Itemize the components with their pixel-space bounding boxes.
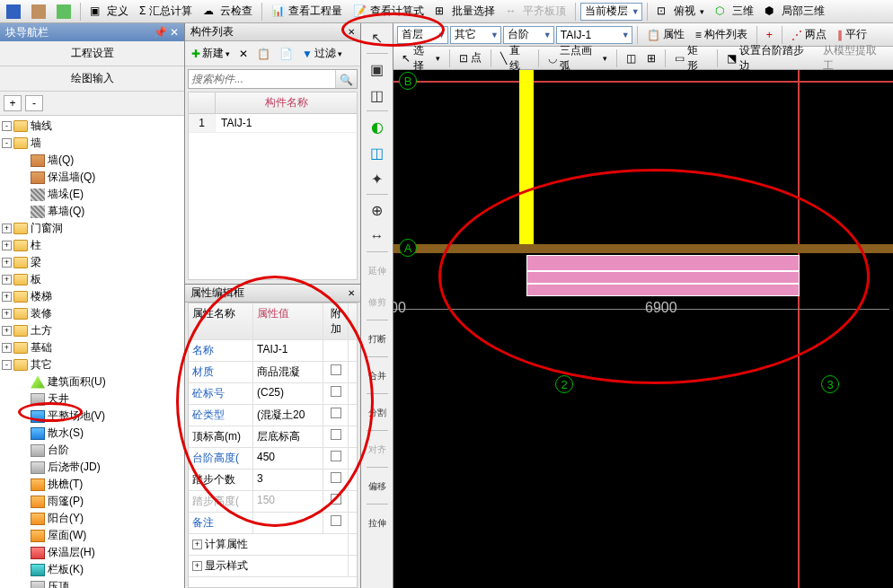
view-qty-button[interactable]: 📊查看工程量 (267, 1, 347, 22)
tree-toggle-icon[interactable]: + (2, 241, 12, 250)
flat-top-button[interactable]: ↔平齐板顶 (501, 1, 570, 22)
tree-folder[interactable]: +基础 (0, 339, 184, 356)
property-expand-row[interactable]: + 计算属性 (189, 534, 357, 556)
local-3d-button[interactable]: ⬢局部三维 (760, 1, 829, 22)
toolbar-btn[interactable] (2, 2, 25, 22)
component-row[interactable]: 1TAIJ-1 (189, 114, 357, 133)
tree-folder[interactable]: +土方 (0, 322, 184, 339)
close-icon[interactable]: ✕ (170, 26, 179, 39)
tree-item[interactable]: 阳台(Y) (0, 510, 184, 527)
tree-toggle-icon[interactable]: - (2, 138, 12, 148)
draw-tool-button[interactable]: ↖ (365, 25, 390, 50)
category-select[interactable]: 其它▼ (450, 26, 501, 44)
toolbar-btn[interactable] (52, 2, 75, 22)
close-icon[interactable]: ✕ (348, 288, 355, 298)
tree-item[interactable]: 保温层(H) (0, 544, 184, 561)
floor-combo[interactable]: 当前楼层▼ (580, 3, 642, 21)
property-row[interactable]: 顶标高(m)层底标高 (189, 426, 357, 448)
property-row[interactable]: 踏步高度(150 (189, 491, 357, 513)
draw-tool-button[interactable]: ↔ (365, 224, 390, 249)
draw-tool-button[interactable]: 分割 (365, 397, 390, 427)
tree-toggle-icon[interactable]: + (2, 258, 12, 268)
tree-toggle-icon[interactable]: + (2, 326, 12, 336)
tree-item[interactable]: 后浇带(JD) (0, 459, 184, 476)
pin-icon[interactable]: 📌 (154, 26, 167, 39)
batch-select-button[interactable]: ⊞批量选择 (430, 1, 500, 22)
draw-tool-button[interactable]: ◐ (365, 114, 390, 139)
tree-toggle-icon[interactable]: + (2, 309, 12, 319)
tree-item[interactable]: 雨篷(P) (0, 493, 184, 510)
toolbar-btn[interactable]: ✕ (235, 46, 252, 62)
tool-button[interactable]: ⊞ (642, 49, 660, 67)
draw-tool-button[interactable]: ◫ (365, 83, 390, 108)
new-component-button[interactable]: ✚ 新建 ▾ (188, 44, 234, 63)
collapse-all-button[interactable]: - (25, 95, 43, 111)
tree-item[interactable]: 平整场地(V) (0, 408, 184, 425)
sum-calc-button[interactable]: Σ 汇总计算 (135, 1, 197, 22)
search-input[interactable] (189, 70, 335, 88)
tree-item[interactable]: 挑檐(T) (0, 476, 184, 493)
search-button[interactable]: 🔍 (335, 70, 357, 88)
tree-toggle-icon[interactable]: + (2, 275, 12, 285)
top-view-button[interactable]: ⊡俯视▾ (652, 1, 709, 22)
toolbar-btn[interactable]: 📄 (276, 46, 296, 62)
cloud-check-button[interactable]: ☁云检查 (199, 1, 257, 22)
property-row[interactable]: 台阶高度(450 (189, 448, 357, 470)
tree-item[interactable]: 墙垛(E) (0, 186, 184, 203)
tree-folder[interactable]: +装修 (0, 305, 184, 322)
tree-folder[interactable]: +门窗洞 (0, 220, 184, 237)
tree-item[interactable]: 建筑面积(U) (0, 373, 184, 391)
tree-item[interactable]: 保温墙(Q) (0, 169, 184, 186)
toolbar-btn[interactable] (27, 2, 50, 22)
tree-item[interactable]: 栏板(K) (0, 561, 184, 578)
draw-tool-button[interactable]: 合并 (365, 360, 390, 391)
tree-toggle-icon[interactable]: + (2, 343, 12, 353)
tree-item[interactable]: 屋面(W) (0, 527, 184, 544)
tree-toggle-icon[interactable]: - (2, 121, 12, 131)
tree-folder[interactable]: +楼梯 (0, 288, 184, 305)
draw-tool-button[interactable]: 打断 (365, 323, 390, 354)
draw-tool-button[interactable]: ⊕ (365, 197, 390, 223)
property-row[interactable]: 砼类型(混凝土20 (189, 405, 357, 426)
property-row[interactable]: 材质商品混凝 (189, 362, 357, 383)
draw-tool-button[interactable]: 偏移 (365, 470, 390, 501)
close-icon[interactable]: ✕ (348, 27, 355, 37)
drawing-canvas[interactable]: 00 6900 A B 2 3 (393, 70, 893, 588)
tree-folder[interactable]: -轴线 (0, 118, 184, 135)
filter-button[interactable]: ▼过滤▾ (298, 44, 346, 63)
tree-toggle-icon[interactable]: + (2, 224, 12, 233)
eng-settings-button[interactable]: 工程设置 (0, 41, 184, 66)
tree-item[interactable]: 墙(Q) (0, 152, 184, 169)
tree-folder[interactable]: -其它 (0, 356, 184, 373)
draw-tool-button[interactable]: ◫ (365, 140, 390, 165)
tree-label: 装修 (31, 306, 52, 321)
tree-item[interactable]: 幕墙(Q) (0, 203, 184, 220)
toolbar-btn[interactable]: 📋 (253, 46, 274, 62)
property-row[interactable]: 踏步个数3 (189, 470, 357, 491)
tree-folder[interactable]: +梁 (0, 254, 184, 271)
point-button[interactable]: ⊡点 (455, 48, 486, 68)
draw-tool-button[interactable]: ▣ (365, 57, 390, 82)
property-expand-row[interactable]: + 显示样式 (189, 556, 357, 577)
property-row[interactable]: 砼标号(C25) (189, 383, 357, 405)
draw-tool-button[interactable]: 拉伸 (365, 507, 390, 538)
tool-button[interactable]: ◫ (622, 49, 641, 67)
property-row[interactable]: 名称TAIJ-1 (189, 340, 357, 362)
tree-toggle-icon[interactable]: + (2, 292, 12, 302)
tree-folder[interactable]: +板 (0, 271, 184, 288)
tree-toggle-icon[interactable]: - (2, 360, 12, 370)
tree-folder[interactable]: -墙 (0, 135, 184, 152)
define-button[interactable]: ▣定义 (85, 1, 133, 22)
tree-item[interactable]: 天井 (0, 391, 184, 408)
tree-item[interactable]: 散水(S) (0, 425, 184, 442)
property-row[interactable]: 备注 (189, 513, 357, 534)
draw-input-button[interactable]: 绘图输入 (0, 66, 184, 92)
tree-item[interactable]: 压顶 (0, 578, 184, 588)
item-icon (31, 530, 45, 542)
3d-button[interactable]: ⬡三维 (711, 1, 758, 22)
tree-item[interactable]: 台阶 (0, 442, 184, 459)
expand-all-button[interactable]: + (4, 95, 22, 111)
tree-folder[interactable]: +柱 (0, 237, 184, 254)
view-formula-button[interactable]: 📝查看计算式 (349, 1, 429, 22)
draw-tool-button[interactable]: ✦ (365, 166, 390, 191)
